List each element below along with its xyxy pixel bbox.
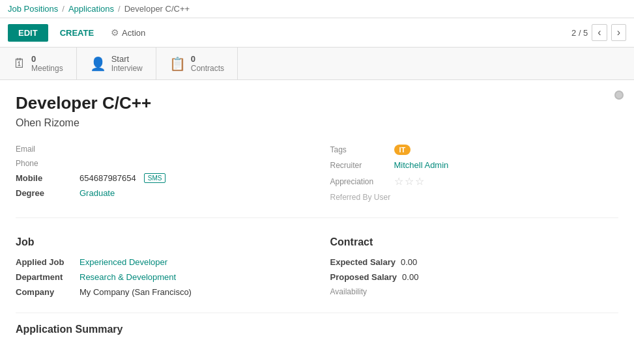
company-label: Company — [16, 287, 74, 297]
breadcrumb-sep2: / — [118, 4, 121, 14]
applied-job-value[interactable]: Experienced Developer — [79, 257, 167, 267]
contract-section: Contract Expected Salary 0.00 Proposed S… — [330, 226, 619, 300]
job-section: Job Applied Job Experienced Developer De… — [16, 226, 304, 300]
star-2[interactable]: ☆ — [405, 175, 414, 188]
interview-label: Start — [111, 54, 129, 64]
pagination-text: 2 / 5 — [571, 28, 588, 38]
edit-button[interactable]: EDIT — [8, 24, 48, 42]
gear-icon: ⚙ — [111, 27, 119, 38]
proposed-salary-label: Proposed Salary — [330, 272, 397, 282]
stars[interactable]: ☆ ☆ ☆ — [394, 175, 424, 188]
contracts-icon: 📋 — [169, 56, 186, 72]
email-row: Email — [16, 142, 304, 156]
phone-label: Phone — [16, 159, 74, 168]
degree-row: Degree Graduate — [16, 186, 304, 201]
meetings-count: 0 — [31, 54, 36, 64]
tags-label: Tags — [330, 145, 389, 154]
action-label: Action — [122, 28, 145, 38]
breadcrumb-job-positions[interactable]: Job Positions — [8, 4, 58, 14]
appreciation-label: Appreciation — [330, 177, 389, 186]
form-subtitle: Ohen Rizome — [16, 117, 618, 129]
job-section-header: Job — [16, 236, 304, 248]
meetings-button[interactable]: 🗓 0 Meetings — [0, 48, 77, 79]
breadcrumb: Job Positions / Applications / Developer… — [0, 0, 634, 18]
sms-button[interactable]: SMS — [144, 173, 166, 183]
contracts-label: Contracts — [191, 64, 224, 73]
status-dot — [614, 91, 624, 100]
availability-label: Availability — [330, 287, 389, 296]
degree-label: Degree — [16, 188, 74, 198]
email-label: Email — [16, 145, 74, 154]
create-button[interactable]: CREATE — [55, 24, 99, 42]
department-value[interactable]: Research & Development — [79, 272, 176, 282]
mobile-value[interactable]: 654687987654 — [79, 173, 136, 183]
expected-salary-row: Expected Salary 0.00 — [330, 255, 619, 270]
tags-row: Tags IT — [330, 142, 619, 158]
pagination: 2 / 5 ‹ › — [571, 24, 626, 40]
proposed-salary-value[interactable]: 0.00 — [402, 272, 418, 282]
calendar-icon: 🗓 — [13, 56, 26, 71]
person-icon: 👤 — [90, 56, 106, 72]
phone-row: Phone — [16, 156, 304, 171]
company-value: My Company (San Francisco) — [79, 287, 192, 297]
availability-row: Availability — [330, 285, 619, 299]
app-summary-header: Application Summary — [16, 324, 618, 335]
recruiter-row: Recruiter Mitchell Admin — [330, 158, 619, 173]
meetings-label: Meetings — [31, 64, 63, 73]
action-button[interactable]: ⚙ Action — [106, 23, 151, 42]
expected-salary-label: Expected Salary — [330, 257, 396, 267]
breadcrumb-sep1: / — [62, 4, 65, 14]
applied-job-row: Applied Job Experienced Developer — [16, 255, 304, 270]
star-1[interactable]: ☆ — [394, 175, 403, 188]
next-button[interactable]: › — [611, 24, 626, 40]
star-3[interactable]: ☆ — [415, 175, 424, 188]
tag-badge-it[interactable]: IT — [394, 145, 411, 155]
breadcrumb-current: Developer C/C++ — [124, 4, 190, 14]
action-bar: EDIT CREATE ⚙ Action 2 / 5 ‹ › — [0, 18, 634, 48]
referred-label: Referred By User — [330, 193, 391, 202]
interview-label2: Interview — [111, 64, 143, 73]
department-row: Department Research & Development — [16, 270, 304, 285]
recruiter-label: Recruiter — [330, 161, 389, 170]
appreciation-row: Appreciation ☆ ☆ ☆ — [330, 173, 619, 190]
breadcrumb-applications[interactable]: Applications — [68, 4, 114, 14]
left-fields: Email Phone Mobile 654687987654 SMS Degr… — [16, 142, 304, 204]
department-label: Department — [16, 272, 74, 282]
contract-section-header: Contract — [330, 236, 619, 248]
mobile-label: Mobile — [16, 173, 74, 183]
job-contract-grid: Job Applied Job Experienced Developer De… — [16, 226, 618, 300]
company-row: Company My Company (San Francisco) — [16, 285, 304, 300]
contracts-count: 0 — [191, 54, 195, 64]
divider-1 — [16, 217, 618, 218]
form-container: Developer C/C++ Ohen Rizome Email Phone … — [0, 80, 634, 355]
prev-button[interactable]: ‹ — [592, 24, 607, 40]
proposed-salary-row: Proposed Salary 0.00 — [330, 270, 619, 285]
expected-salary-value[interactable]: 0.00 — [401, 257, 417, 267]
form-title: Developer C/C++ — [16, 93, 618, 113]
contracts-button[interactable]: 📋 0 Contracts — [156, 48, 238, 79]
mobile-row: Mobile 654687987654 SMS — [16, 171, 304, 186]
smart-buttons-bar: 🗓 0 Meetings 👤 Start Interview 📋 0 Contr… — [0, 48, 634, 80]
right-fields: Tags IT Recruiter Mitchell Admin Appreci… — [330, 142, 619, 204]
start-interview-button[interactable]: 👤 Start Interview — [77, 48, 156, 79]
recruiter-value[interactable]: Mitchell Admin — [394, 160, 449, 170]
degree-value[interactable]: Graduate — [79, 188, 115, 198]
applied-job-label: Applied Job — [16, 257, 74, 267]
referred-row: Referred By User — [330, 190, 619, 204]
divider-2 — [16, 313, 618, 313]
fields-grid: Email Phone Mobile 654687987654 SMS Degr… — [16, 142, 618, 204]
